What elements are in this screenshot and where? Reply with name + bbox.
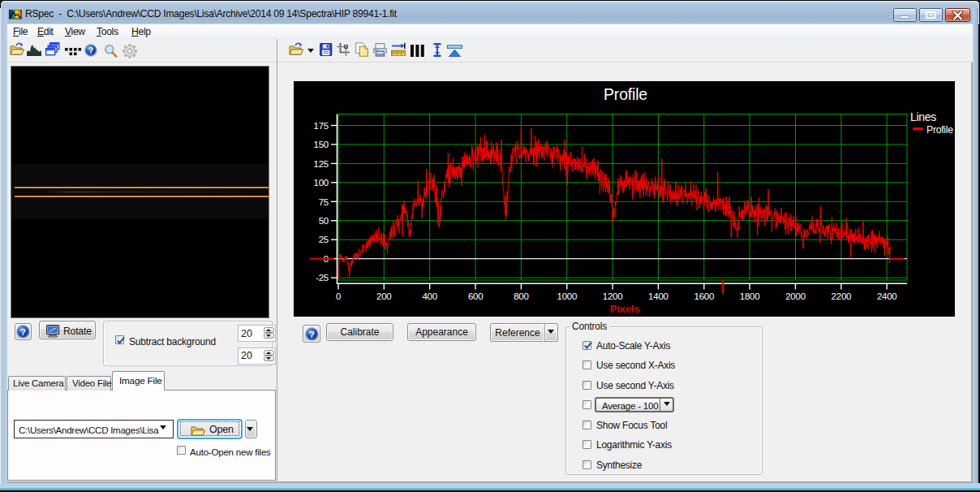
svg-text:?: ? (309, 329, 315, 339)
svg-text:75: 75 (319, 197, 329, 207)
svg-text:150: 150 (314, 140, 329, 149)
svg-text:400: 400 (422, 291, 436, 301)
svg-text:1200: 1200 (603, 291, 623, 301)
svg-text:1800: 1800 (740, 291, 760, 301)
svg-text:-25: -25 (316, 273, 329, 283)
svg-text:100: 100 (314, 178, 329, 188)
svg-text:?: ? (20, 326, 26, 336)
svg-text:Pixels: Pixels (610, 303, 639, 315)
svg-text:175: 175 (314, 121, 329, 131)
svg-text:1400: 1400 (648, 291, 668, 301)
svg-text:1600: 1600 (694, 291, 715, 301)
svg-text:200: 200 (376, 291, 391, 301)
svg-text:2200: 2200 (832, 291, 852, 301)
svg-text:125: 125 (314, 159, 329, 169)
svg-text:?: ? (88, 45, 93, 55)
svg-text:2000: 2000 (785, 291, 806, 301)
svg-text:Profile: Profile (926, 124, 953, 136)
svg-text:600: 600 (468, 291, 483, 301)
svg-text:0: 0 (336, 291, 341, 301)
svg-text:50: 50 (319, 216, 329, 226)
svg-text:25: 25 (319, 235, 329, 244)
svg-text:1000: 1000 (557, 291, 578, 301)
svg-text:2400: 2400 (877, 291, 897, 301)
svg-text:Lines: Lines (910, 110, 936, 123)
svg-text:Profile: Profile (604, 85, 647, 103)
svg-text:800: 800 (514, 291, 528, 301)
